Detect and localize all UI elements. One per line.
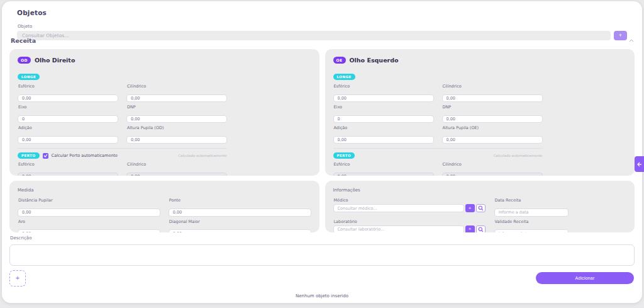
field-data-receita: Data Receita bbox=[494, 198, 569, 217]
adicionar-button[interactable]: Adicionar bbox=[536, 272, 634, 284]
oe-perto-cilindrico-input[interactable] bbox=[442, 173, 543, 176]
oe-altura-pupila-input[interactable] bbox=[442, 136, 543, 144]
data-receita-input[interactable] bbox=[494, 208, 569, 217]
field-laboratorio: Laboratório + bbox=[333, 219, 486, 233]
field-eixo-longe-od: Eixo bbox=[18, 105, 118, 123]
aro-input[interactable] bbox=[18, 229, 160, 232]
descricao-textarea[interactable] bbox=[9, 244, 635, 266]
field-esferico-perto-od: Esférico bbox=[18, 162, 118, 176]
main-card: Objetos Objeto + Receita OD Olho Direito… bbox=[2, 1, 642, 303]
plus-icon: + bbox=[16, 275, 19, 282]
side-drawer-toggle-button[interactable] bbox=[635, 156, 644, 172]
field-label: Validade Receita bbox=[495, 219, 569, 224]
field-cilindrico-longe-oe: Cilíndrico bbox=[442, 84, 543, 102]
oe-longe-dnp-input[interactable] bbox=[442, 115, 543, 123]
field-altura-pupila-oe: Altura Pupila (OE) bbox=[442, 125, 543, 144]
field-label: Esférico bbox=[18, 162, 118, 167]
left-eye-header: OE Olho Esquerdo bbox=[333, 57, 627, 64]
search-laboratorio-button[interactable] bbox=[476, 225, 486, 233]
descricao-section: Descrição bbox=[9, 236, 635, 268]
check-icon bbox=[43, 154, 48, 157]
od-altura-pupila-input[interactable] bbox=[126, 136, 227, 144]
add-medico-button[interactable]: + bbox=[465, 204, 475, 212]
field-label: Cilíndrico bbox=[127, 162, 227, 167]
od-longe-eixo-input[interactable] bbox=[18, 115, 118, 123]
field-label: Aro bbox=[18, 219, 160, 224]
field-distancia-pupilar: Distância Pupilar bbox=[18, 198, 160, 217]
oe-perto-esferico-input[interactable] bbox=[333, 173, 434, 176]
field-label: Altura Pupila (OD) bbox=[127, 125, 227, 130]
oe-longe-esferico-input[interactable] bbox=[333, 94, 434, 102]
chevron-up-icon bbox=[629, 39, 634, 42]
collapse-receita-button[interactable] bbox=[628, 38, 635, 43]
field-label: Eixo bbox=[334, 105, 434, 110]
ponte-input[interactable] bbox=[169, 208, 311, 217]
eyes-section: OD Olho Direito LONGE Esférico Cilíndric… bbox=[9, 49, 635, 176]
od-perto-row: PERTO Calcular Perto automaticamente Cal… bbox=[18, 148, 227, 159]
field-label: Esférico bbox=[18, 84, 118, 89]
bottom-section: Medida Distância Pupilar Ponte Aro Diago… bbox=[9, 181, 635, 232]
left-eye-title: Olho Esquerdo bbox=[350, 57, 399, 64]
field-label: DNP bbox=[443, 105, 543, 110]
auto-note-oe: Calculado automaticamente bbox=[494, 154, 543, 157]
od-longe-esferico-input[interactable] bbox=[18, 94, 118, 102]
field-diagonal-maior: Diagonal Maior bbox=[169, 219, 311, 233]
od-adicao-input[interactable] bbox=[18, 136, 118, 144]
field-label: Cilíndrico bbox=[127, 84, 227, 89]
longe-badge-od: LONGE bbox=[18, 74, 40, 80]
field-label: Eixo bbox=[18, 105, 118, 110]
left-eye-panel: OE Olho Esquerdo LONGE Esférico Cilíndri… bbox=[325, 49, 635, 176]
informacoes-fields: Médico + bbox=[333, 198, 627, 232]
oe-adicao-input[interactable] bbox=[333, 136, 434, 144]
field-label: Médico bbox=[334, 198, 486, 203]
field-cilindrico-perto-od: Cilíndrico bbox=[126, 162, 227, 176]
field-label: Altura Pupila (OE) bbox=[443, 125, 543, 130]
medida-panel: Medida Distância Pupilar Ponte Aro Diago… bbox=[9, 181, 319, 232]
plus-icon: + bbox=[469, 206, 472, 211]
oe-perto-row: PERTO Calculado automaticamente bbox=[333, 148, 543, 159]
empty-objects-text: Nenhum objeto inserido bbox=[2, 294, 642, 299]
search-medico-button[interactable] bbox=[476, 204, 486, 212]
medida-fields: Distância Pupilar Ponte Aro Diagonal Mai… bbox=[18, 198, 311, 232]
field-validade-receita: Validade Receita bbox=[494, 219, 569, 233]
page: { "colors": { "accent": "#8b5cf6", "acce… bbox=[0, 0, 644, 308]
descricao-label: Descrição bbox=[10, 236, 635, 241]
od-longe-dnp-input[interactable] bbox=[126, 115, 227, 123]
search-icon bbox=[478, 205, 484, 211]
informacoes-title: Informações bbox=[333, 188, 627, 193]
informacoes-panel: Informações Médico + bbox=[325, 181, 635, 232]
field-label: Adição bbox=[18, 125, 118, 130]
plus-icon: + bbox=[469, 227, 472, 232]
validade-receita-input[interactable] bbox=[494, 229, 569, 232]
calc-perto-auto-checkbox[interactable] bbox=[43, 153, 48, 159]
field-label: Laboratório bbox=[334, 219, 486, 224]
oe-longe-fields: Esférico Cilíndrico Eixo DNP Adição bbox=[333, 84, 627, 144]
medico-search-input[interactable] bbox=[333, 204, 464, 212]
laboratorio-search-input[interactable] bbox=[333, 225, 464, 233]
oe-badge: OE bbox=[333, 57, 346, 64]
add-item-dashed-button[interactable]: + bbox=[9, 270, 26, 287]
field-label: Diagonal Maior bbox=[169, 219, 311, 224]
oe-perto-fields: Esférico Cilíndrico Eixo DNP bbox=[333, 162, 627, 176]
diagonal-maior-input[interactable] bbox=[169, 229, 311, 232]
field-cilindrico-longe-od: Cilíndrico bbox=[126, 84, 227, 102]
oe-longe-eixo-input[interactable] bbox=[333, 115, 434, 123]
perto-badge-od: PERTO bbox=[18, 152, 40, 159]
field-esferico-longe-od: Esférico bbox=[18, 84, 118, 102]
od-longe-cilindrico-input[interactable] bbox=[126, 94, 227, 102]
od-perto-esferico-input[interactable] bbox=[18, 173, 118, 176]
field-label: DNP bbox=[127, 105, 227, 110]
field-dnp-longe-oe: DNP bbox=[442, 105, 543, 123]
oe-longe-cilindrico-input[interactable] bbox=[442, 94, 543, 102]
perto-badge-oe: PERTO bbox=[333, 152, 355, 159]
right-eye-title: Olho Direito bbox=[35, 57, 75, 64]
calc-perto-auto-label: Calcular Perto automaticamente bbox=[52, 153, 118, 158]
add-laboratorio-button[interactable]: + bbox=[465, 225, 475, 233]
field-ponte: Ponte bbox=[169, 198, 311, 217]
field-altura-pupila-od: Altura Pupila (OD) bbox=[126, 125, 227, 144]
od-perto-cilindrico-input[interactable] bbox=[126, 173, 227, 176]
receita-title: Receita bbox=[11, 37, 36, 44]
distancia-pupilar-input[interactable] bbox=[18, 208, 160, 217]
field-cilindrico-perto-oe: Cilíndrico bbox=[442, 162, 543, 176]
medida-title: Medida bbox=[18, 188, 311, 193]
